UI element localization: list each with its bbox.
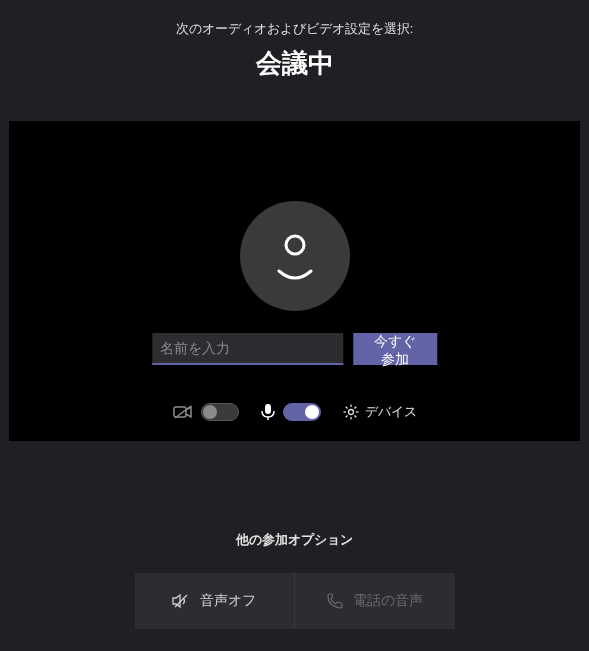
settings-prompt: 次のオーディオおよびビデオ設定を選択: bbox=[0, 20, 589, 38]
speaker-off-icon bbox=[172, 593, 190, 609]
phone-icon bbox=[327, 593, 343, 609]
meeting-title: 会議中 bbox=[0, 46, 589, 81]
audio-off-button[interactable]: 音声オフ bbox=[135, 573, 295, 629]
svg-line-10 bbox=[345, 407, 347, 409]
device-settings-button[interactable]: デバイス bbox=[343, 403, 417, 421]
mic-icon bbox=[261, 403, 275, 421]
svg-line-13 bbox=[354, 407, 356, 409]
other-options-title: 他の参加オプション bbox=[0, 531, 589, 549]
person-icon bbox=[273, 231, 317, 281]
phone-audio-button: 電話の音声 bbox=[295, 573, 455, 629]
audio-off-label: 音声オフ bbox=[200, 592, 256, 610]
camera-toggle[interactable] bbox=[201, 403, 239, 421]
mic-toggle[interactable] bbox=[283, 403, 321, 421]
name-input[interactable] bbox=[152, 333, 343, 365]
phone-audio-label: 電話の音声 bbox=[353, 592, 423, 610]
svg-point-0 bbox=[286, 236, 304, 254]
camera-off-icon bbox=[173, 404, 193, 420]
svg-point-5 bbox=[348, 410, 353, 415]
svg-rect-3 bbox=[265, 404, 271, 414]
avatar bbox=[240, 201, 350, 311]
svg-line-11 bbox=[354, 416, 356, 418]
device-label: デバイス bbox=[365, 403, 417, 421]
svg-line-12 bbox=[345, 416, 347, 418]
video-preview-panel: 今すぐ参加 bbox=[9, 121, 580, 441]
join-now-button[interactable]: 今すぐ参加 bbox=[353, 333, 438, 365]
gear-icon bbox=[343, 404, 359, 420]
